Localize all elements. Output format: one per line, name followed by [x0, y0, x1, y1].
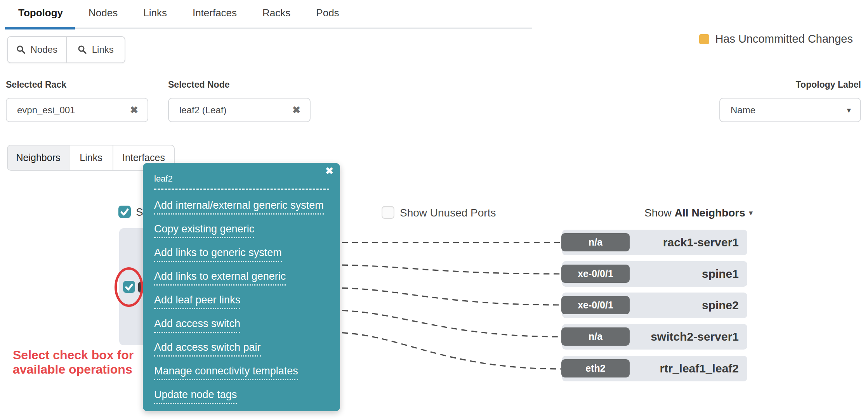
top-tab-bar: TopologyNodesLinksInterfacesRacksPods	[18, 7, 339, 19]
popup-menu-item-add-internal-external-generic-system[interactable]: Add internal/external generic system	[154, 199, 324, 215]
neighbors-filter-prefix: Show	[644, 207, 672, 219]
topology-label-value: Name	[731, 105, 755, 116]
port-badge: xe-0/0/1	[561, 296, 630, 314]
popup-menu-item-add-access-switch[interactable]: Add access switch	[154, 318, 240, 333]
neighbor-name: switch2-server1	[651, 324, 739, 350]
neighbor-name: spine2	[702, 293, 739, 318]
subtab-links[interactable]: Links	[69, 145, 113, 170]
caret-down-icon: ▼	[748, 210, 754, 217]
annotation-text: Select check box for available operation…	[13, 348, 134, 377]
search-button-label: Nodes	[31, 44, 57, 55]
show-unused-ports-checkbox[interactable]	[382, 206, 394, 219]
show-unused-ports-label: Show Unused Ports	[400, 207, 496, 219]
neighbor-name: rack1-server1	[663, 230, 739, 255]
popup-separator	[154, 189, 329, 190]
port-badge: eth2	[561, 359, 630, 377]
clear-node-icon[interactable]: ✖	[292, 104, 300, 116]
port-badge: n/a	[561, 233, 630, 251]
tab-nodes[interactable]: Nodes	[89, 7, 118, 19]
active-tab-underline	[5, 27, 75, 29]
search-icon	[78, 45, 87, 54]
uncommitted-changes-swatch	[699, 34, 709, 44]
connector-line	[332, 288, 562, 305]
connector-line	[332, 265, 562, 274]
caret-down-icon: ▾	[847, 106, 851, 115]
clear-rack-icon[interactable]: ✖	[130, 104, 138, 116]
checkmark-icon	[118, 206, 131, 218]
annotation-line-1: Select check box for	[13, 348, 134, 362]
connector-line	[332, 310, 562, 337]
selected-node-value: leaf2 (Leaf)	[179, 105, 226, 116]
tab-pods[interactable]: Pods	[316, 7, 339, 19]
show-checkbox-label: S	[136, 206, 143, 218]
neighbor-row-rack1-server1[interactable]: n/arack1-server1	[562, 230, 747, 255]
connector-line	[332, 332, 562, 369]
show-checkbox[interactable]	[118, 206, 131, 218]
neighbors-filter-value: All Neighbors	[675, 207, 745, 219]
selected-rack-label: Selected Rack	[6, 80, 66, 90]
popup-menu-item-update-node-tags[interactable]: Update node tags	[154, 389, 237, 404]
popup-menu-item-copy-existing-generic[interactable]: Copy existing generic	[154, 223, 254, 238]
topology-label-select[interactable]: Name ▾	[719, 98, 861, 122]
tab-racks[interactable]: Racks	[262, 7, 290, 19]
popup-menu: Add internal/external generic systemCopy…	[154, 199, 333, 404]
neighbor-row-switch2-server1[interactable]: n/aswitch2-server1	[562, 324, 747, 350]
search-button-group: NodesLinks	[7, 36, 125, 63]
neighbor-name: rtr_leaf1_leaf2	[660, 356, 739, 381]
node-actions-popup: ✖ leaf2 Add internal/external generic sy…	[143, 163, 340, 411]
tab-links[interactable]: Links	[143, 7, 167, 19]
topology-page: TopologyNodesLinksInterfacesRacksPods No…	[0, 0, 868, 419]
node-select-checkbox[interactable]	[123, 281, 135, 293]
neighbor-row-spine2[interactable]: xe-0/0/1spine2	[562, 293, 747, 318]
port-badge: n/a	[561, 327, 630, 346]
subtab-neighbors[interactable]: Neighbors	[8, 145, 69, 170]
topology-label-label: Topology Label	[796, 80, 861, 90]
popup-menu-item-add-access-switch-pair[interactable]: Add access switch pair	[154, 341, 261, 357]
popup-menu-item-add-links-to-external-generic[interactable]: Add links to external generic	[154, 270, 286, 286]
popup-menu-item-add-leaf-peer-links[interactable]: Add leaf peer links	[154, 294, 240, 309]
tab-topology[interactable]: Topology	[18, 7, 63, 19]
uncommitted-changes-legend: Has Uncommitted Changes	[699, 33, 853, 45]
close-icon[interactable]: ✖	[325, 165, 333, 177]
tab-bar-rule	[75, 28, 532, 29]
checkmark-icon	[123, 281, 135, 293]
selected-node-label: Selected Node	[168, 80, 230, 90]
neighbor-row-spine1[interactable]: xe-0/0/1spine1	[562, 261, 747, 287]
search-icon	[16, 45, 26, 54]
port-badge: xe-0/0/1	[561, 265, 630, 283]
neighbor-name: spine1	[702, 261, 739, 287]
search-button-label: Links	[92, 44, 114, 55]
selected-rack-field[interactable]: evpn_esi_001 ✖	[6, 98, 148, 122]
annotation-line-2: available operations	[13, 362, 134, 377]
popup-menu-item-add-links-to-generic-system[interactable]: Add links to generic system	[154, 247, 282, 262]
search-nodes-button[interactable]: Nodes	[8, 37, 66, 62]
selected-node-field[interactable]: leaf2 (Leaf) ✖	[168, 98, 311, 122]
selected-rack-value: evpn_esi_001	[17, 105, 75, 116]
uncommitted-changes-label: Has Uncommitted Changes	[715, 33, 853, 45]
neighbors-filter-dropdown[interactable]: Show All Neighbors▼	[644, 207, 754, 219]
search-links-button[interactable]: Links	[66, 37, 125, 62]
popup-menu-item-manage-connectivity-templates[interactable]: Manage connectivity templates	[154, 365, 298, 380]
tab-interfaces[interactable]: Interfaces	[193, 7, 237, 19]
popup-title: leaf2	[154, 174, 173, 184]
neighbor-row-rtr-leaf1-leaf2[interactable]: eth2rtr_leaf1_leaf2	[562, 356, 747, 381]
